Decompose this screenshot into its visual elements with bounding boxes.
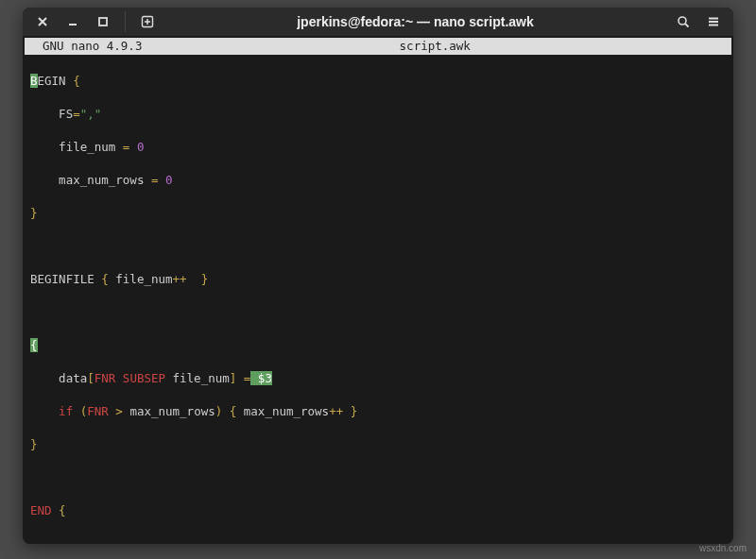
new-tab-icon [141, 15, 154, 28]
code-area[interactable]: BEGIN { FS="," file_num = 0 max_num_rows… [30, 57, 726, 545]
terminal-window: jperkins@fedora:~ — nano script.awk GNU … [23, 8, 733, 544]
nano-header: GNU nano 4.9.3 script.awk [25, 38, 731, 55]
code-line: BEGINFILE { file_num++ } [30, 271, 726, 288]
maximize-icon [97, 16, 109, 27]
code-line: BEGIN { [30, 73, 726, 90]
code-line [30, 238, 726, 255]
close-button[interactable] [28, 8, 57, 36]
code-line: data[FNR SUBSEP file_num] = $3 [30, 370, 726, 387]
svg-rect-0 [99, 18, 107, 25]
code-line: file_num = 0 [30, 139, 726, 156]
code-line: } [30, 205, 726, 222]
minimize-icon [67, 16, 78, 27]
code-line: max_num_rows = 0 [30, 172, 726, 189]
nano-filename: script.awk [142, 38, 728, 55]
new-tab-button[interactable] [133, 8, 162, 36]
maximize-button[interactable] [89, 8, 117, 36]
terminal-content[interactable]: GNU nano 4.9.3 script.awk BEGIN { FS=","… [23, 36, 733, 544]
code-line: } [30, 436, 726, 453]
window-controls-left [28, 8, 162, 36]
separator [125, 11, 126, 32]
search-icon [677, 15, 690, 28]
code-line [30, 535, 726, 544]
minimize-button[interactable] [59, 8, 87, 36]
highlight-block: $3 [250, 371, 272, 385]
watermark: wsxdn.com [699, 543, 747, 553]
window-controls-right [669, 8, 728, 36]
code-line: if (FNR > max_num_rows) { max_num_rows++… [30, 403, 726, 420]
code-line: END { [30, 502, 726, 519]
close-icon [37, 16, 48, 27]
code-line [30, 304, 726, 321]
highlight-block: { [30, 338, 38, 352]
svg-point-2 [679, 17, 686, 25]
code-line [30, 469, 726, 486]
cursor: B [30, 74, 38, 88]
window-title: jperkins@fedora:~ — nano script.awk [162, 14, 669, 29]
menu-button[interactable] [699, 8, 728, 36]
search-button[interactable] [669, 8, 697, 36]
nano-app-version: GNU nano 4.9.3 [28, 38, 142, 55]
titlebar: jperkins@fedora:~ — nano script.awk [23, 8, 733, 36]
code-line: FS="," [30, 106, 726, 123]
code-line: { [30, 337, 726, 354]
hamburger-icon [707, 15, 720, 28]
